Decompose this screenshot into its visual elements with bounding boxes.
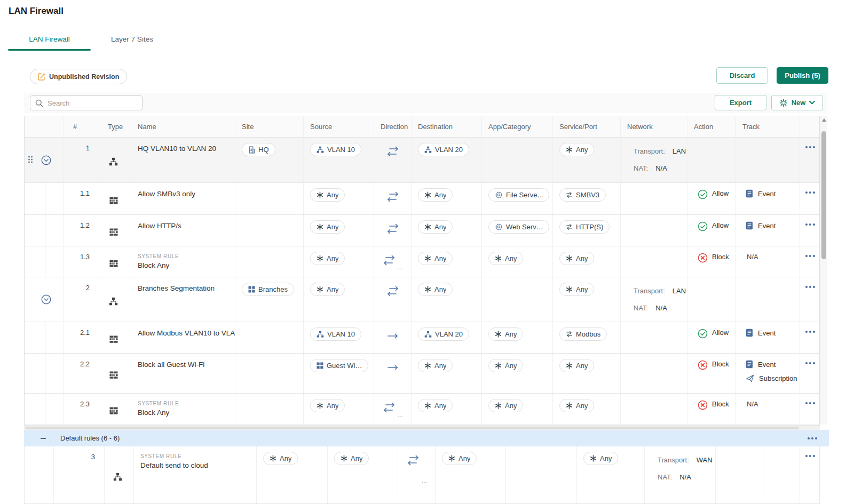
rule-number: 2.1 — [64, 322, 99, 353]
source-chip[interactable]: Guest Wi… — [310, 359, 368, 372]
source-chip[interactable]: Any — [310, 399, 345, 412]
track-item[interactable]: Event — [746, 329, 796, 337]
track-item[interactable]: Subscription — [746, 374, 796, 382]
track-item[interactable]: Event — [746, 221, 796, 230]
direction-bidirectional-icon[interactable] — [386, 285, 400, 297]
direction-bidirectional-icon[interactable] — [382, 402, 396, 413]
cell-action[interactable]: Block — [687, 394, 736, 425]
source-chip[interactable]: VLAN 10 — [310, 143, 361, 156]
service-port-chip[interactable]: SMBV3 — [559, 188, 606, 202]
destination-chip[interactable]: Any — [418, 252, 453, 265]
direction-bidirectional-icon[interactable] — [406, 454, 420, 466]
horizontal-scrollbar-thumb[interactable] — [25, 427, 799, 429]
cell-network — [621, 183, 687, 214]
tab-layer7-sites[interactable]: Layer 7 Sites — [91, 29, 173, 50]
track-item[interactable]: Event — [746, 189, 796, 198]
any-icon — [448, 455, 455, 462]
service-port-chip[interactable]: Any — [583, 452, 618, 465]
firewall-rule-icon — [109, 328, 118, 351]
horizontal-scrollbar[interactable] — [24, 425, 820, 430]
direction-bidirectional-icon[interactable] — [382, 254, 396, 266]
row-menu-button[interactable] — [800, 354, 820, 393]
app-category-chip[interactable]: Any — [488, 252, 523, 265]
app-category-chip[interactable]: Web Serv… — [488, 220, 549, 234]
nat-value: N/A — [655, 304, 667, 312]
rule-number: 1.2 — [64, 215, 99, 246]
cell-action[interactable]: Block — [687, 354, 736, 393]
row-menu-button[interactable] — [800, 215, 820, 246]
track-item[interactable]: Event — [746, 360, 796, 369]
expand-collapse-chevron[interactable] — [41, 294, 51, 305]
export-button[interactable]: Export — [715, 95, 766, 110]
destination-chip[interactable]: VLAN 20 — [418, 143, 469, 156]
site-chip[interactable]: Any — [263, 452, 298, 465]
direction-bidirectional-icon[interactable] — [386, 146, 400, 157]
vertical-scrollbar-thumb[interactable] — [821, 131, 826, 259]
service-port-chip[interactable]: Any — [559, 143, 594, 156]
row-menu-button[interactable] — [800, 138, 820, 182]
collapse-section-icon[interactable] — [40, 435, 46, 442]
drag-handle[interactable] — [27, 155, 34, 165]
service-port-chip[interactable]: Any — [559, 252, 594, 265]
cell-action[interactable]: Block — [687, 246, 736, 277]
destination-chip[interactable]: Any — [418, 359, 453, 372]
service-port-chip[interactable]: Any — [559, 283, 594, 296]
source-chip[interactable]: Any — [310, 188, 345, 202]
cell-app-category — [482, 277, 553, 322]
direction-right-icon[interactable] — [386, 330, 400, 342]
cell-action[interactable] — [687, 138, 736, 182]
any-icon — [590, 455, 597, 462]
service-port-chip[interactable]: Any — [559, 359, 594, 372]
tab-lan-firewall[interactable]: LAN Firewall — [8, 29, 91, 50]
cell-action[interactable]: Allow — [687, 322, 736, 353]
direction-right-icon[interactable] — [386, 362, 400, 373]
direction-bidirectional-icon[interactable] — [386, 191, 400, 203]
default-rules-label: Default rules (6 - 6) — [60, 434, 120, 442]
default-rules-section-header: Default rules (6 - 6) — [24, 430, 829, 446]
destination-chip[interactable]: Any — [418, 399, 453, 412]
source-chip[interactable]: Any — [310, 220, 345, 234]
publish-button[interactable]: Publish (5) — [777, 67, 828, 84]
app-category-chip[interactable]: Any — [488, 327, 523, 341]
direction-bidirectional-icon[interactable] — [386, 223, 400, 235]
cell-action[interactable] — [687, 277, 736, 322]
source-chip[interactable]: VLAN 10 — [310, 327, 361, 341]
cell-name: Allow SMBv3 only — [131, 183, 235, 214]
site-chip[interactable]: Branches — [242, 283, 294, 296]
scroll-up-arrow-icon[interactable] — [822, 118, 826, 122]
service-port-chip[interactable]: Modbus — [559, 327, 607, 341]
cell-action[interactable]: Allow — [687, 215, 736, 246]
track-na: N/A — [746, 400, 796, 408]
destination-chip[interactable]: Any — [418, 188, 453, 202]
destination-chip[interactable]: Any — [442, 452, 477, 465]
cell-site: Branches — [235, 277, 304, 322]
source-chip[interactable]: Any — [310, 283, 345, 296]
destination-chip[interactable]: VLAN 20 — [418, 327, 469, 341]
app-category-chip[interactable]: Any — [488, 399, 523, 412]
destination-chip[interactable]: Any — [418, 220, 453, 234]
source-chip[interactable]: Any — [310, 252, 345, 265]
expand-collapse-chevron[interactable] — [41, 155, 51, 165]
section-menu-button[interactable] — [808, 437, 817, 439]
discard-button[interactable]: Discard — [716, 67, 768, 84]
source-chip[interactable]: Any — [334, 452, 369, 465]
nat-value: N/A — [679, 473, 691, 481]
destination-chip-label: VLAN 20 — [435, 146, 463, 154]
destination-chip[interactable]: Any — [418, 283, 453, 296]
row-menu-button[interactable] — [800, 446, 820, 503]
service-port-chip[interactable]: HTTP(S) — [559, 220, 610, 234]
vertical-scrollbar[interactable] — [820, 116, 827, 425]
service-port-chip[interactable]: Any — [559, 399, 594, 412]
row-menu-button[interactable] — [800, 277, 820, 322]
row-menu-button[interactable] — [800, 322, 820, 353]
row-menu-button[interactable] — [800, 183, 820, 214]
new-button[interactable]: New — [771, 95, 823, 110]
search-input[interactable] — [48, 99, 137, 107]
row-menu-button[interactable] — [800, 394, 820, 425]
cell-action[interactable] — [716, 446, 764, 503]
site-chip[interactable]: HQ — [242, 143, 275, 156]
row-menu-button[interactable] — [800, 246, 820, 277]
app-category-chip[interactable]: Any — [488, 359, 523, 372]
cell-action[interactable]: Allow — [687, 183, 736, 214]
app-category-chip[interactable]: File Serve… — [488, 188, 549, 202]
